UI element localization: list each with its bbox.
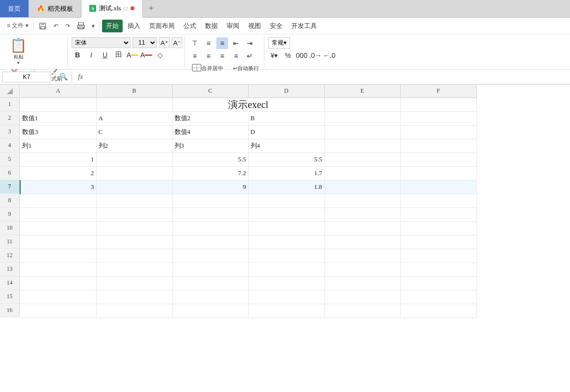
cell-b11[interactable] — [96, 235, 172, 249]
cell-a7[interactable]: 3 — [20, 180, 96, 194]
add-tab-button[interactable]: + — [143, 0, 159, 17]
save-button[interactable] — [36, 21, 50, 31]
tab-template[interactable]: 🔥 稻壳模板 — [29, 0, 81, 17]
cell-b9[interactable] — [96, 208, 172, 221]
cell-a4[interactable]: 列1 — [20, 139, 96, 153]
cell-a1[interactable] — [20, 98, 96, 111]
cell-c9[interactable] — [172, 208, 248, 221]
zoom-icon[interactable]: 🔍 — [59, 73, 68, 81]
cell-b2[interactable]: A — [96, 111, 172, 125]
cell-a15[interactable] — [20, 290, 96, 304]
cell-d11[interactable] — [248, 235, 324, 249]
cell-e13[interactable] — [324, 262, 400, 276]
row-header-8[interactable]: 8 — [0, 194, 20, 208]
number-format-select[interactable]: 常规 ▾ — [268, 37, 290, 49]
thousands-button[interactable]: 000 — [296, 50, 308, 61]
cell-b10[interactable] — [96, 221, 172, 235]
cell-b4[interactable]: 列2 — [96, 139, 172, 153]
align-right-button[interactable]: ≡ — [203, 50, 214, 62]
menu-insert[interactable]: 插入 — [124, 20, 144, 32]
cell-a12[interactable] — [20, 249, 96, 262]
dropdown-more[interactable]: ▾ — [89, 21, 98, 31]
row-header-5[interactable]: 5 — [0, 153, 20, 166]
clear-button[interactable]: ◇ — [154, 49, 166, 61]
cell-b5[interactable] — [96, 153, 172, 166]
cell-e16[interactable] — [324, 304, 400, 317]
cell-b8[interactable] — [96, 194, 172, 208]
cell-e12[interactable] — [324, 249, 400, 262]
cell-d2[interactable]: B — [248, 111, 324, 125]
cell-e8[interactable] — [324, 194, 400, 208]
redo-button[interactable]: ↷ — [62, 21, 73, 31]
cell-f5[interactable] — [400, 153, 476, 166]
undo-button[interactable]: ↶ — [51, 21, 61, 31]
row-header-13[interactable]: 13 — [0, 262, 20, 276]
row-header-4[interactable]: 4 — [0, 139, 20, 153]
cell-e15[interactable] — [324, 290, 400, 304]
cell-c8[interactable] — [172, 194, 248, 208]
font-size-increase-button[interactable]: A⁺ — [159, 37, 170, 48]
cell-e7[interactable] — [324, 180, 400, 194]
cell-f8[interactable] — [400, 194, 476, 208]
row-header-12[interactable]: 12 — [0, 249, 20, 262]
font-size-select[interactable]: 11 — [132, 37, 157, 48]
cell-a9[interactable] — [20, 208, 96, 221]
col-header-a[interactable]: A — [20, 85, 96, 98]
cell-f4[interactable] — [400, 139, 476, 153]
cell-b6[interactable] — [96, 166, 172, 180]
col-header-c[interactable]: C — [172, 85, 248, 98]
cell-e2[interactable] — [324, 111, 400, 125]
cell-c7[interactable]: 9 — [172, 180, 248, 194]
row-header-1[interactable]: 1 — [0, 98, 20, 111]
align-top-button[interactable]: ⊤ — [189, 37, 201, 49]
cell-e6[interactable] — [324, 166, 400, 180]
cell-d7[interactable]: 1.8 — [248, 180, 324, 194]
formula-input[interactable] — [87, 72, 568, 82]
cell-e9[interactable] — [324, 208, 400, 221]
cell-f15[interactable] — [400, 290, 476, 304]
cell-b13[interactable] — [96, 262, 172, 276]
cell-f2[interactable] — [400, 111, 476, 125]
row-header-9[interactable]: 9 — [0, 208, 20, 221]
cell-a5[interactable]: 1 — [20, 153, 96, 166]
cell-d4[interactable]: 列4 — [248, 139, 324, 153]
row-header-16[interactable]: 16 — [0, 304, 20, 317]
cell-e1[interactable] — [324, 98, 400, 111]
percent-button[interactable]: % — [282, 50, 294, 61]
bold-button[interactable]: B — [72, 49, 83, 61]
text-direction-button[interactable]: ↵ — [244, 50, 256, 62]
menu-dev-tools[interactable]: 开发工具 — [287, 20, 321, 32]
row-header-11[interactable]: 11 — [0, 235, 20, 249]
cell-f9[interactable] — [400, 208, 476, 221]
menu-formula[interactable]: 公式 — [180, 20, 200, 32]
cell-d8[interactable] — [248, 194, 324, 208]
col-header-b[interactable]: B — [96, 85, 172, 98]
cell-c13[interactable] — [172, 262, 248, 276]
underline-button[interactable]: U — [99, 49, 111, 61]
cell-c4[interactable]: 列3 — [172, 139, 248, 153]
cell-a3[interactable]: 数值3 — [20, 125, 96, 139]
cell-d12[interactable] — [248, 249, 324, 262]
paste-button[interactable]: 📋 粘贴 ▾ — [6, 37, 31, 67]
cell-a16[interactable] — [20, 304, 96, 317]
row-header-14[interactable]: 14 — [0, 276, 20, 290]
menu-review[interactable]: 审阅 — [223, 20, 243, 32]
cell-b3[interactable]: C — [96, 125, 172, 139]
cell-e10[interactable] — [324, 221, 400, 235]
menu-view[interactable]: 视图 — [244, 20, 265, 32]
currency-button[interactable]: ¥▾ — [268, 50, 280, 61]
cell-c5[interactable]: 5.5 — [172, 153, 248, 166]
menu-data[interactable]: 数据 — [201, 20, 222, 32]
cell-e11[interactable] — [324, 235, 400, 249]
cell-b15[interactable] — [96, 290, 172, 304]
border-button[interactable]: 田 — [113, 49, 125, 61]
decrease-decimal-button[interactable]: ←.0 — [323, 50, 335, 61]
tab-home[interactable]: 首页 — [0, 0, 29, 17]
cell-d13[interactable] — [248, 262, 324, 276]
cell-c15[interactable] — [172, 290, 248, 304]
cell-a11[interactable] — [20, 235, 96, 249]
menu-security[interactable]: 安全 — [266, 20, 286, 32]
cell-d14[interactable] — [248, 276, 324, 290]
row-header-10[interactable]: 10 — [0, 221, 20, 235]
cell-a6[interactable]: 2 — [20, 166, 96, 180]
